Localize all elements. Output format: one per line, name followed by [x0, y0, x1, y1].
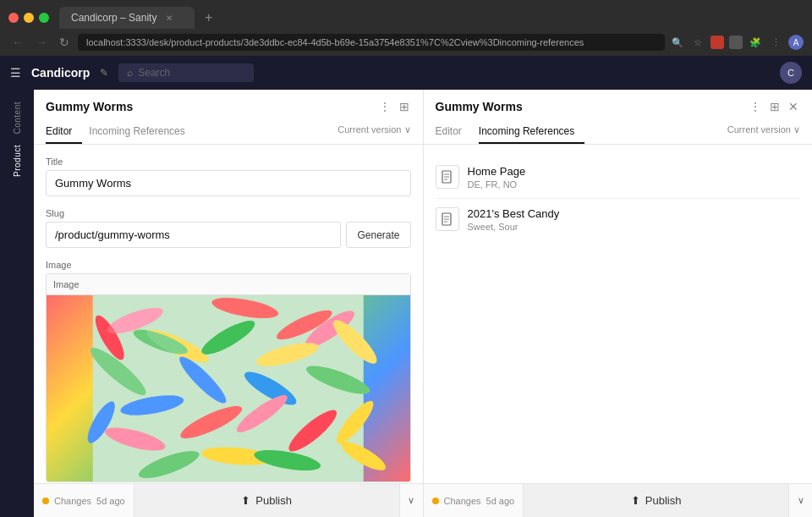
left-panel-grid-button[interactable]: ⊞ — [398, 98, 411, 115]
sidebar-item-product[interactable]: Product — [2, 140, 32, 182]
address-bar-row: ← → ↻ localhost:3333/desk/product-produc… — [0, 29, 812, 56]
right-panel-close-button[interactable]: ✕ — [787, 98, 800, 115]
left-panel-header: Gummy Worms ⋮ ⊞ Editor Incoming Referenc… — [34, 90, 423, 145]
maximize-button[interactable] — [39, 13, 49, 23]
tab-bar: Candicorp – Sanity ✕ + — [0, 0, 812, 29]
address-bar[interactable]: localhost:3333/desk/product-products/3de… — [78, 34, 665, 51]
back-button[interactable]: ← — [8, 34, 27, 51]
search-box[interactable]: ⌕ Search — [118, 63, 254, 82]
right-panel-content: Home Page DE, FR, NO — [424, 145, 813, 483]
left-panel-more-button[interactable]: ⋮ — [377, 98, 392, 115]
left-panel-tabs: Editor Incoming References Current versi… — [46, 120, 411, 144]
changes-time: 5d ago — [96, 496, 125, 506]
chevron-down-icon: ∨ — [793, 124, 800, 135]
browser-avatar[interactable]: A — [788, 35, 804, 50]
right-publish-label: Publish — [645, 494, 682, 507]
right-publish-icon: ⬆ — [631, 494, 640, 507]
title-field-group: Title — [46, 157, 411, 196]
slug-row: Generate — [46, 222, 411, 248]
right-panel-grid-button[interactable]: ⊞ — [768, 98, 782, 115]
image-preview[interactable] — [47, 295, 410, 481]
app-avatar[interactable]: C — [780, 62, 802, 84]
right-tab-incoming-references[interactable]: Incoming References — [479, 120, 584, 144]
sidebar-label-product: Product — [13, 145, 22, 177]
publish-label: Publish — [255, 494, 292, 507]
browser-chrome: Candicorp – Sanity ✕ + ← → ↻ localhost:3… — [0, 0, 812, 56]
ref-tags-home-page: DE, FR, NO — [468, 179, 526, 190]
left-panel: Gummy Worms ⋮ ⊞ Editor Incoming Referenc… — [34, 90, 424, 517]
chevron-down-icon: ∨ — [408, 495, 414, 506]
menu-button[interactable]: ☰ — [10, 66, 21, 80]
slug-input[interactable] — [46, 222, 341, 248]
browser-tab[interactable]: Candicorp – Sanity ✕ — [59, 7, 195, 29]
forward-button[interactable]: → — [32, 34, 51, 51]
sidebar-label-content: Content — [13, 102, 22, 135]
new-tab-button[interactable]: + — [198, 7, 219, 29]
app-container: ☰ Candicorp ✎ ⌕ Search C Content Product — [0, 56, 812, 517]
panels-container: Gummy Worms ⋮ ⊞ Editor Incoming Referenc… — [34, 90, 812, 517]
chevron-down-icon: ∨ — [404, 124, 411, 135]
tab-close-button[interactable]: ✕ — [163, 12, 175, 24]
right-panel: Gummy Worms ⋮ ⊞ ✕ Editor Incoming Refere… — [424, 90, 813, 517]
right-changes-label: Changes — [444, 496, 481, 506]
left-panel-actions: ⋮ ⊞ — [377, 98, 411, 115]
ref-tags-best-candy: Sweet, Sour — [468, 222, 560, 232]
extension-icon-2[interactable] — [729, 36, 743, 49]
search-icon: ⌕ — [127, 67, 133, 79]
search-placeholder: Search — [138, 67, 170, 79]
title-label: Title — [46, 157, 411, 167]
image-label: Image — [46, 260, 411, 270]
left-tab-incoming-references[interactable]: Incoming References — [89, 120, 195, 144]
main-area: Content Product Gummy Worms ⋮ ⊞ — [0, 90, 812, 517]
right-version-selector[interactable]: Current version ∨ — [727, 120, 800, 144]
right-changes-time: 5d ago — [486, 496, 515, 506]
title-input[interactable] — [46, 170, 411, 196]
right-panel-title: Gummy Worms — [436, 100, 523, 113]
right-panel-title-row: Gummy Worms ⋮ ⊞ ✕ — [436, 98, 801, 115]
ref-title-best-candy: 2021's Best Candy — [468, 207, 560, 220]
right-tab-editor[interactable]: Editor — [436, 120, 472, 144]
ref-info-home-page: Home Page DE, FR, NO — [468, 165, 526, 190]
close-button[interactable] — [8, 13, 19, 23]
left-version-selector[interactable]: Current version ∨ — [337, 120, 410, 144]
left-panel-footer: Changes 5d ago ⬆ Publish ∨ — [34, 483, 423, 517]
right-publish-button[interactable]: ⬆ Publish — [523, 484, 788, 517]
slug-field-group: Slug Generate — [46, 208, 411, 248]
publish-icon: ⬆ — [241, 494, 250, 507]
publish-dropdown-arrow[interactable]: ∨ — [399, 484, 423, 517]
bookmark-icon[interactable]: ☆ — [690, 35, 705, 50]
right-publish-dropdown-arrow[interactable]: ∨ — [788, 484, 812, 517]
ref-icon-best-candy — [436, 207, 459, 231]
puzzle-icon[interactable]: 🧩 — [748, 35, 763, 50]
left-panel-content: Title Slug Generate Image — [34, 145, 423, 483]
refresh-button[interactable]: ↻ — [56, 34, 73, 51]
right-panel-tabs: Editor Incoming References Current versi… — [436, 120, 801, 144]
app-topbar: ☰ Candicorp ✎ ⌕ Search C — [0, 56, 812, 90]
right-chevron-down-icon: ∨ — [798, 495, 804, 506]
gummy-worms-image — [47, 295, 410, 481]
search-icon[interactable]: 🔍 — [670, 35, 685, 50]
reference-item-best-candy[interactable]: 2021's Best Candy Sweet, Sour — [436, 199, 801, 240]
left-panel-title: Gummy Worms — [46, 100, 133, 113]
left-tab-editor[interactable]: Editor — [46, 120, 82, 144]
image-field-container: Image — [46, 273, 411, 482]
publish-button[interactable]: ⬆ Publish — [134, 484, 399, 517]
edit-icon[interactable]: ✎ — [100, 67, 108, 79]
traffic-lights — [8, 13, 49, 23]
tab-title: Candicorp – Sanity — [71, 12, 156, 24]
sidebar-item-content[interactable]: Content — [2, 96, 32, 140]
right-panel-header: Gummy Worms ⋮ ⊞ ✕ Editor Incoming Refere… — [424, 90, 813, 145]
more-button[interactable]: ⋮ — [768, 35, 783, 50]
minimize-button[interactable] — [24, 13, 34, 23]
app-logo: Candicorp — [31, 66, 90, 80]
extension-icon-1[interactable] — [710, 36, 724, 49]
right-changes-dot — [432, 498, 439, 504]
changes-label: Changes — [54, 496, 91, 506]
generate-button[interactable]: Generate — [346, 222, 410, 248]
image-field-inner-label: Image — [47, 274, 410, 295]
url-text: localhost:3333/desk/product-products/3de… — [86, 37, 584, 47]
reference-item-home-page[interactable]: Home Page DE, FR, NO — [436, 157, 801, 199]
right-panel-more-button[interactable]: ⋮ — [748, 98, 763, 115]
ref-info-best-candy: 2021's Best Candy Sweet, Sour — [468, 207, 560, 232]
image-field-group: Image Image — [46, 260, 411, 482]
